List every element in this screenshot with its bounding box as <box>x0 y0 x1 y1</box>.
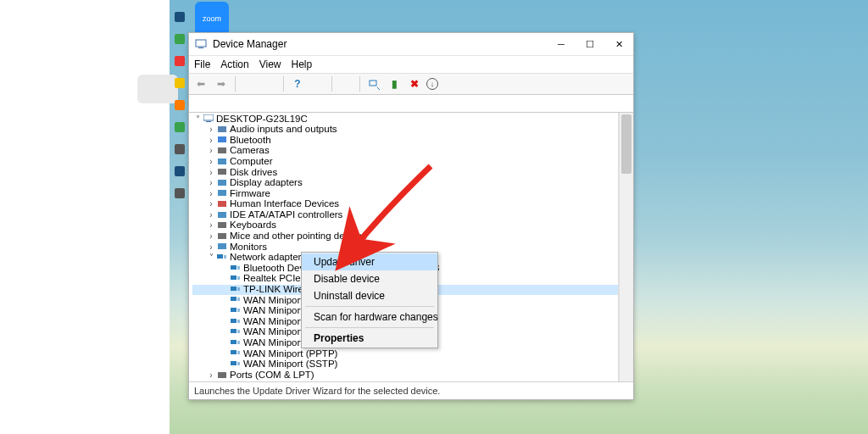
tree-item[interactable]: ›Disk drives <box>192 167 618 178</box>
svg-rect-19 <box>231 275 236 280</box>
taskbar-app9[interactable] <box>175 188 185 198</box>
background-thumbnail <box>137 75 178 103</box>
menu-action[interactable]: Action <box>220 56 248 73</box>
tree-label: Computer <box>230 157 273 167</box>
svg-rect-26 <box>231 350 236 354</box>
tree-item[interactable]: ›Display adapters <box>192 178 618 189</box>
tree-item[interactable]: ›Computer <box>192 156 618 167</box>
taskbar-app7[interactable] <box>175 144 185 154</box>
window-title: Device Manager <box>213 38 287 50</box>
tree-label: Disk drives <box>230 168 277 178</box>
tree-label: Network adapters <box>230 253 306 263</box>
tree-label: Monitors <box>230 242 267 253</box>
nav-back-icon[interactable]: ⬅ <box>192 75 209 92</box>
tree-label: Display adapters <box>230 178 303 188</box>
ctx-scan-hardware[interactable]: Scan for hardware changes <box>302 309 437 326</box>
monitor-icon[interactable] <box>309 75 326 92</box>
ctx-uninstall-device[interactable]: Uninstall device <box>302 287 437 304</box>
svg-rect-8 <box>218 159 226 164</box>
toolbar: ⬅ ➡ ? ▮ ✖ ↓ <box>189 73 633 95</box>
svg-rect-12 <box>218 201 226 207</box>
svg-rect-14 <box>218 222 226 228</box>
taskbar-app2[interactable] <box>175 34 185 44</box>
monitor2-icon[interactable] <box>337 75 354 92</box>
tree-label: WAN Miniport (PPTP) <box>243 349 337 359</box>
remove-icon[interactable]: ✖ <box>406 75 423 92</box>
nav-forward-icon[interactable]: ➡ <box>213 75 230 92</box>
address-strip <box>189 95 633 113</box>
taskbar-app4[interactable] <box>175 78 185 88</box>
svg-rect-4 <box>206 121 211 122</box>
svg-rect-2 <box>370 81 376 86</box>
menu-view[interactable]: View <box>259 56 281 73</box>
svg-rect-21 <box>231 297 236 301</box>
svg-rect-0 <box>196 40 206 47</box>
taskbar-app1[interactable] <box>175 12 185 22</box>
show-hidden-alt-icon[interactable] <box>261 75 278 92</box>
menu-file[interactable]: File <box>194 56 210 73</box>
svg-rect-22 <box>231 308 236 312</box>
svg-rect-13 <box>218 212 226 218</box>
menu-help[interactable]: Help <box>292 56 313 73</box>
tree-item[interactable]: ›Audio inputs and outputs <box>192 125 618 136</box>
tree-item[interactable]: ˅DESKTOP-G23L19C <box>192 114 618 125</box>
svg-rect-16 <box>218 243 226 249</box>
tree-item[interactable]: ›Monitors <box>192 242 618 253</box>
maximize-button[interactable]: ☐ <box>576 33 604 55</box>
svg-rect-27 <box>231 361 236 365</box>
tree-label: DESKTOP-G23L19C <box>216 114 308 125</box>
tree-label: Human Interface Devices <box>230 199 339 209</box>
taskbar-app3[interactable] <box>175 56 185 66</box>
tree-item[interactable]: ›Mice and other pointing devices <box>192 231 618 242</box>
svg-rect-9 <box>218 169 226 175</box>
svg-rect-11 <box>218 190 226 196</box>
tree-item[interactable]: ›Firmware <box>192 188 618 199</box>
tree-label: IDE ATA/ATAPI controllers <box>230 210 342 220</box>
update-icon[interactable]: ↓ <box>426 78 438 90</box>
enable-icon[interactable]: ▮ <box>386 75 403 92</box>
svg-rect-23 <box>231 319 236 323</box>
minimize-button[interactable]: ─ <box>547 33 576 55</box>
svg-rect-3 <box>203 114 214 120</box>
scroll-thumb[interactable] <box>621 114 632 174</box>
svg-rect-15 <box>218 233 226 239</box>
tree-label: Firmware <box>230 189 270 199</box>
tree-label: Ports (COM & LPT) <box>230 370 314 381</box>
show-hidden-icon[interactable] <box>241 75 258 92</box>
svg-rect-10 <box>218 180 226 186</box>
svg-rect-25 <box>231 340 236 344</box>
zoom-app-icon[interactable]: zoom <box>195 2 229 36</box>
tree-item[interactable]: WAN Miniport (SSTP) <box>192 359 618 370</box>
ctx-update-driver[interactable]: Update driver <box>302 253 437 270</box>
tree-label: WAN Miniport (SSTP) <box>243 359 337 370</box>
svg-rect-28 <box>218 372 226 378</box>
tree-label: Bluetooth <box>230 136 271 146</box>
svg-rect-18 <box>231 265 236 270</box>
titlebar[interactable]: Device Manager ─ ☐ ✕ <box>189 33 633 56</box>
svg-rect-24 <box>231 329 236 333</box>
tree-item[interactable]: WAN Miniport (PPTP) <box>192 348 618 359</box>
close-button[interactable]: ✕ <box>604 33 633 55</box>
tree-label: Cameras <box>230 146 270 156</box>
taskbar-app8[interactable] <box>175 166 185 176</box>
tree-item[interactable]: ›Ports (COM & LPT) <box>192 370 618 381</box>
scrollbar[interactable] <box>619 113 633 381</box>
tree-item[interactable]: ›Keyboards <box>192 220 618 231</box>
tree-item[interactable]: ›IDE ATA/ATAPI controllers <box>192 209 618 220</box>
tree-label: Audio inputs and outputs <box>230 125 337 135</box>
tree-label: Mice and other pointing devices <box>230 231 367 242</box>
ctx-disable-device[interactable]: Disable device <box>302 270 437 287</box>
scan-hardware-icon[interactable] <box>365 75 382 92</box>
taskbar-app5[interactable] <box>175 100 185 110</box>
taskbar-app6[interactable] <box>175 122 185 132</box>
svg-rect-6 <box>218 136 226 142</box>
svg-rect-20 <box>231 287 236 291</box>
svg-rect-1 <box>198 47 203 48</box>
tree-label: Keyboards <box>230 220 276 231</box>
ctx-properties[interactable]: Properties <box>302 330 437 347</box>
tree-item[interactable]: ›Cameras <box>192 146 618 157</box>
help-icon[interactable]: ? <box>289 75 306 92</box>
svg-rect-5 <box>218 126 226 132</box>
tree-item[interactable]: ›Human Interface Devices <box>192 199 618 210</box>
tree-item[interactable]: ›Bluetooth <box>192 135 618 146</box>
